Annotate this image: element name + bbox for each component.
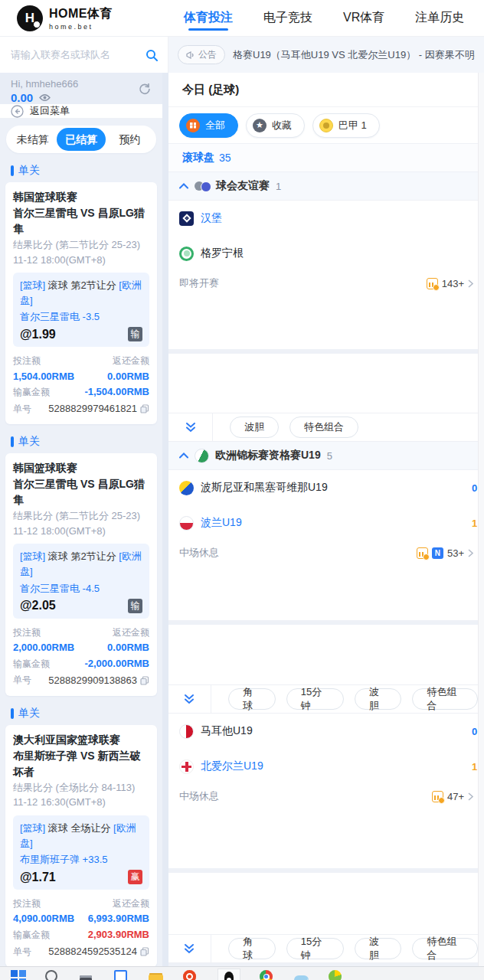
expander-bar: 波胆 特色组合 bbox=[168, 413, 478, 442]
bet-card[interactable]: 韩国篮球联赛 首尔三星雷电 VS 昌原LG猎隼 结果比分 (第二节比分 25-2… bbox=[5, 182, 157, 424]
grid-icon bbox=[186, 119, 200, 132]
correct-score-button[interactable]: 波胆 bbox=[230, 416, 279, 438]
back-to-menu[interactable]: 返回菜单 bbox=[0, 104, 162, 119]
match-status: 即将开赛 bbox=[179, 276, 427, 290]
team-row-home[interactable]: 汉堡 bbox=[168, 201, 478, 236]
live-betting-row[interactable]: 滚球盘 35 bbox=[168, 143, 478, 172]
cloud-app-icon[interactable] bbox=[294, 975, 309, 980]
bet-odds: @1.71 bbox=[20, 871, 56, 884]
taskbar-app-icon[interactable] bbox=[80, 975, 92, 980]
nav-esports[interactable]: 电子竞技 bbox=[263, 1, 312, 35]
away-score: 1 bbox=[472, 518, 478, 529]
home-score: 0 bbox=[472, 726, 478, 737]
trophy-icon bbox=[319, 119, 333, 132]
copy-icon[interactable] bbox=[140, 947, 149, 956]
accent-bar bbox=[11, 165, 14, 176]
chevron-right-icon bbox=[468, 279, 473, 288]
stats-icon bbox=[417, 547, 428, 559]
user-balance: 0.00 bbox=[11, 91, 33, 104]
file-explorer-icon[interactable] bbox=[149, 975, 163, 980]
corner-button[interactable]: 角球 bbox=[228, 938, 276, 959]
bet-score: 结果比分 (全场比分 84-113) bbox=[13, 780, 149, 795]
team-row-home[interactable]: 波斯尼亚和黑塞哥维那U19 0 bbox=[168, 470, 478, 505]
green-app-icon[interactable] bbox=[329, 970, 342, 980]
pnl-label: 输赢金额 bbox=[13, 657, 50, 671]
megaphone-icon bbox=[186, 51, 195, 60]
tab-unsettled[interactable]: 未结算 bbox=[8, 128, 57, 151]
refresh-icon[interactable] bbox=[138, 82, 152, 96]
nav-sports-betting[interactable]: 体育投注 bbox=[184, 1, 233, 35]
chevron-up-icon bbox=[179, 183, 188, 189]
correct-score-button[interactable]: 波胆 bbox=[355, 688, 402, 710]
task-view-icon[interactable] bbox=[114, 970, 127, 980]
chevron-up-icon bbox=[179, 452, 188, 459]
copy-icon[interactable] bbox=[140, 404, 149, 413]
special-combo-button[interactable]: 特色组合 bbox=[412, 938, 478, 959]
expand-more-button[interactable] bbox=[168, 935, 211, 962]
bet-time: 11-12 18:00(GMT+8) bbox=[13, 253, 149, 268]
special-combo-button[interactable]: 特色组合 bbox=[289, 416, 358, 438]
special-combo-button[interactable]: 特色组合 bbox=[412, 688, 478, 710]
chip-favorites[interactable]: ★ 收藏 bbox=[246, 113, 305, 138]
live-label: 滚球盘 bbox=[182, 151, 214, 165]
search-input[interactable] bbox=[11, 49, 146, 60]
top-header: H HOME体育 home.bet 体育投注 电子竞技 VR体育 注单历史 赛果 bbox=[0, 0, 484, 37]
main-nav: 体育投注 电子竞技 VR体育 注单历史 赛果 bbox=[167, 1, 484, 35]
brand-logo[interactable]: H HOME体育 home.bet bbox=[0, 5, 167, 31]
correct-score-button[interactable]: 波胆 bbox=[355, 938, 402, 959]
min15-button[interactable]: 15分钟 bbox=[286, 938, 344, 959]
min15-button[interactable]: 15分钟 bbox=[286, 688, 344, 710]
result-badge-lose: 输 bbox=[128, 599, 142, 613]
stake-value: 4,090.00RMB bbox=[13, 911, 74, 927]
taskbar-search-icon[interactable] bbox=[45, 970, 57, 980]
chip-all[interactable]: 全部 bbox=[179, 113, 238, 138]
section-header-friendlies[interactable]: 球会友谊赛 1 bbox=[168, 172, 478, 201]
bet-league: 韩国篮球联赛 bbox=[13, 189, 149, 205]
back-label: 返回菜单 bbox=[30, 104, 70, 118]
home-team-name: 汉堡 bbox=[201, 211, 222, 225]
vertical-scrollbar[interactable] bbox=[478, 73, 484, 966]
away-team-name: 北爱尔兰U19 bbox=[201, 760, 263, 773]
qq-penguin-icon bbox=[224, 972, 234, 980]
team-row-away[interactable]: 格罗宁根 bbox=[168, 236, 478, 271]
bet-amounts: 投注额返还金额 1,504.00RMB0.00RMB 输赢金额-1,504.00… bbox=[13, 354, 149, 417]
away-team-name: 波兰U19 bbox=[201, 516, 242, 530]
section-header-u19[interactable]: 欧洲锦标赛资格赛U19 5 bbox=[168, 442, 478, 470]
match-status-row[interactable]: 即将开赛 143+ bbox=[168, 271, 478, 296]
team-row-away[interactable]: 北爱尔兰U19 1 bbox=[168, 749, 478, 784]
bet-score: 结果比分 (第二节比分 25-23) bbox=[13, 508, 149, 524]
bet-group: 单关 澳大利亚国家篮球联赛 布里斯班子弹 VS 新西兰破坏者 结果比分 (全场比… bbox=[0, 704, 162, 966]
stake-label: 投注额 bbox=[13, 626, 41, 640]
chip-league-baja[interactable]: 巴甲 1 bbox=[312, 113, 380, 138]
sidebar: Hi, hmhehe666 0.00 返回菜单 bbox=[0, 73, 168, 966]
app-window: H HOME体育 home.bet 体育投注 电子竞技 VR体育 注单历史 赛果 bbox=[0, 0, 484, 980]
match-status-row[interactable]: 中场休息 47+ bbox=[168, 784, 478, 808]
northern-ireland-flag-icon bbox=[179, 760, 194, 774]
bet-market: 滚球 第2节让分 bbox=[45, 550, 119, 562]
chevron-right-icon bbox=[468, 549, 473, 557]
tab-reserved[interactable]: 预约 bbox=[106, 128, 154, 151]
eye-icon[interactable] bbox=[39, 93, 51, 102]
team-row-home[interactable]: 马耳他U19 0 bbox=[168, 714, 478, 749]
groningen-logo-icon bbox=[179, 247, 194, 261]
bet-card[interactable]: 韩国篮球联赛 首尔三星雷电 VS 昌原LG猎隼 结果比分 (第二节比分 25-2… bbox=[5, 453, 157, 695]
expand-more-button[interactable] bbox=[168, 413, 213, 441]
chrome-icon[interactable] bbox=[260, 970, 273, 980]
filter-chips: 全部 ★ 收藏 巴甲 1 bbox=[168, 107, 478, 143]
expand-more-button[interactable] bbox=[168, 685, 211, 713]
browser-app-icon[interactable] bbox=[183, 970, 196, 980]
team-row-away[interactable]: 波兰U19 1 bbox=[168, 505, 478, 541]
match-status-row[interactable]: 中场休息 N 53+ bbox=[168, 541, 478, 565]
tab-settled[interactable]: 已结算 bbox=[57, 128, 105, 151]
copy-icon[interactable] bbox=[140, 676, 149, 685]
pnl-value: 2,903.90RMB bbox=[88, 927, 149, 943]
return-value: 0.00RMB bbox=[107, 369, 149, 385]
nav-vr-sports[interactable]: VR体育 bbox=[343, 1, 384, 35]
nav-bet-history[interactable]: 注单历史 bbox=[415, 1, 464, 35]
windows-start-icon[interactable] bbox=[11, 970, 26, 980]
bet-card[interactable]: 澳大利亚国家篮球联赛 布里斯班子弹 VS 新西兰破坏者 结果比分 (全场比分 8… bbox=[5, 725, 157, 966]
search-icon[interactable] bbox=[146, 49, 158, 61]
corner-button[interactable]: 角球 bbox=[228, 688, 276, 710]
news-icon: N bbox=[432, 547, 443, 559]
qq-app-tile[interactable] bbox=[217, 969, 240, 980]
